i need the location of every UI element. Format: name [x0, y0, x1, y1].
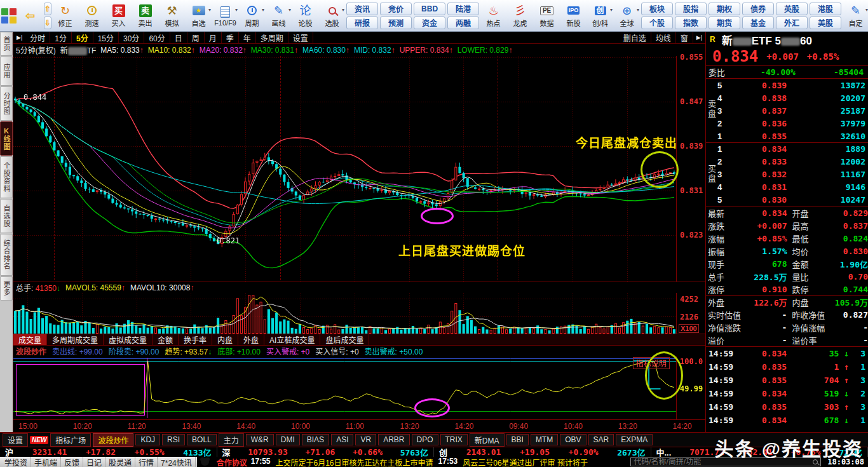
sell-row-1[interactable]: 10.83532610 — [706, 130, 868, 142]
period-right-1[interactable]: 均线 — [651, 32, 676, 43]
simulate-button[interactable]: ⚒模拟 — [159, 1, 185, 30]
footer-link-4[interactable]: 股灵通 — [105, 457, 135, 467]
indicator-tab-OBV[interactable]: OBV — [560, 434, 586, 445]
indicator-tab-SAR[interactable]: SAR — [588, 434, 614, 445]
news-text[interactable]: 上交所定于6月16日审核先正达在主板上市申请 — [276, 457, 433, 467]
period-tab-5[interactable]: 60分 — [144, 32, 170, 43]
vol-tab-6[interactable]: 外盘 — [238, 334, 264, 345]
vol-tab-8[interactable]: 盘后成交量 — [320, 334, 369, 345]
indicator-tab-TRIX[interactable]: TRIX — [440, 434, 468, 445]
sidebar-item-ranking[interactable]: 综合排名 — [0, 234, 13, 276]
forex-button[interactable]: 外汇 — [776, 17, 808, 29]
ipo-button[interactable]: IPO新股 — [560, 1, 587, 30]
sell-row-5[interactable]: 50.83913872 — [706, 79, 868, 91]
period-tab-4[interactable]: 30分 — [119, 32, 144, 43]
footer-link-3[interactable]: 日记 — [83, 457, 105, 467]
period-tab-8[interactable]: 月 — [205, 32, 222, 43]
indicator-tab-WR[interactable]: W&R — [246, 434, 274, 445]
research-button[interactable]: 研报 — [346, 17, 378, 29]
sidebar-item-watchlist[interactable]: 自选股 — [0, 199, 13, 233]
fund-button[interactable]: 基金 — [742, 17, 774, 29]
forecast-button[interactable]: 预测 — [380, 17, 412, 29]
indicator-tab-[interactable]: 指标广场 — [50, 433, 91, 447]
sidebar-item-home[interactable]: 首页 — [0, 32, 13, 56]
sell-row-2[interactable]: 20.83637979 — [706, 117, 868, 130]
hot-topics-button[interactable]: ♨热点 — [480, 1, 506, 30]
period-tab-0[interactable]: 分时 — [25, 32, 50, 43]
indicator-tab-[interactable]: 波段炒作 — [93, 433, 133, 447]
indicator-tab-VR[interactable]: VR — [355, 434, 376, 445]
sidebar-item-time-chart[interactable]: 分时图 — [0, 86, 13, 121]
period-tab-11[interactable]: 多周期 — [256, 32, 288, 43]
bbd-button[interactable]: BBD — [414, 3, 445, 15]
indicator-tab-MTM[interactable]: MTM — [531, 434, 558, 445]
sidebar-item-stock-info[interactable]: 个股资料 — [0, 156, 13, 198]
sidebar-item-apps[interactable]: 应用 — [0, 57, 13, 86]
vol-tab-3[interactable]: 金额 — [153, 334, 179, 345]
footer-link-0[interactable]: 学投资 — [1, 457, 31, 467]
price-chart-canvas[interactable] — [13, 56, 676, 281]
buy-row-1[interactable]: 10.8341889 — [706, 142, 868, 155]
global-button[interactable]: ⊕全球▾ — [614, 1, 640, 30]
period-tab-2[interactable]: 5分 — [72, 32, 93, 43]
sell-row-4[interactable]: 40.83820207 — [706, 91, 868, 104]
indicator-tab-BBI[interactable]: BBI — [506, 434, 529, 445]
footer-link-6[interactable]: 7*24快讯 — [158, 457, 196, 467]
indicator-tab-RSI[interactable]: RSI — [162, 434, 185, 445]
period-right-0[interactable]: 删自选 — [619, 32, 651, 43]
indicator-tab-KDJ[interactable]: KDJ — [135, 434, 160, 445]
vol-tab-2[interactable]: 虚拟成交量 — [104, 334, 153, 345]
chuangke-button[interactable]: 创创/科▾ — [587, 1, 613, 30]
footer-link-2[interactable]: 反馈 — [61, 457, 83, 467]
lugang-button[interactable]: 陆港 — [447, 3, 479, 15]
sidebar-item-more[interactable]: 更多 — [0, 276, 13, 301]
futures-button[interactable]: 期货 — [709, 17, 740, 29]
tick-row-1[interactable]: 14:590.8351 ↑1 — [706, 360, 868, 374]
volume-chart-canvas[interactable] — [13, 293, 676, 334]
indicator-chart-canvas[interactable] — [13, 356, 676, 419]
vol-tab-5[interactable]: 内盘 — [212, 334, 238, 345]
watchlist-button[interactable]: 自选▾ — [186, 1, 212, 30]
sector-button[interactable]: 板块 — [641, 3, 673, 15]
custom-button[interactable]: ✎自定▾ — [843, 1, 868, 30]
footer-link-5[interactable]: 行情 — [135, 457, 158, 467]
speed-test-button[interactable]: 测速 — [79, 1, 105, 30]
indicator-tab-BOLL[interactable]: BOLL — [187, 434, 217, 445]
buy-row-5[interactable]: 50.83010247 — [706, 193, 868, 206]
index-segment-0[interactable]: 沪3231.41+17.82+0.55%4133亿 — [0, 447, 217, 457]
buy-row-4[interactable]: 40.8319146 — [706, 180, 868, 193]
index-segment-3[interactable]: 中...7071.72+52.41+0.75%722亿 — [651, 447, 868, 457]
vol-tab-0[interactable]: 成交量 — [13, 334, 47, 345]
period-tab-7[interactable]: 周 — [187, 32, 205, 43]
sell-button[interactable]: 卖卖出 — [132, 1, 158, 30]
period-tab-6[interactable]: 日 — [170, 32, 187, 43]
news-button[interactable]: 资讯 — [346, 3, 378, 15]
tick-row-3[interactable]: 14:590.834519 ↓2 — [706, 387, 868, 400]
indices-button[interactable]: 指数 — [675, 17, 707, 29]
indicator-tab-DMI[interactable]: DMI — [276, 434, 300, 445]
stocks-button[interactable]: 个股 — [641, 17, 673, 29]
indicator-tab-ASI[interactable]: ASI — [331, 434, 353, 445]
stock-index-button[interactable]: 股指 — [675, 3, 707, 15]
tick-row-2[interactable]: 14:590.835704 ↑3 — [706, 374, 868, 387]
vol-tab-7[interactable]: AI立桩成交量 — [264, 334, 320, 345]
period-tab-12[interactable]: 设置 — [288, 32, 313, 43]
data-button[interactable]: PE数据 — [534, 1, 560, 30]
indicator-tab-[interactable]: 设置 — [3, 433, 28, 447]
coop-agreement-link[interactable]: 合作协议 — [213, 457, 251, 467]
vol-tab-1[interactable]: 多周期成交量 — [47, 334, 104, 345]
period-tab-9[interactable]: 季 — [222, 32, 239, 43]
index-segment-1[interactable]: 深10793.93+71.06+0.66%5763亿 — [217, 447, 435, 457]
search-input[interactable] — [634, 457, 813, 466]
period-right-2[interactable]: 窗 — [676, 32, 693, 43]
app-logo[interactable] — [1, 3, 17, 29]
tick-row-5[interactable]: 14:590.834678 ↓1 — [706, 414, 868, 427]
buy-row-2[interactable]: 20.83312002 — [706, 155, 868, 168]
auction-button[interactable]: 竞价 — [380, 3, 412, 15]
expand-right-icon[interactable]: ▶| — [693, 32, 705, 43]
correct-button[interactable]: ↻修正 — [52, 1, 78, 30]
uk-stocks-button[interactable]: 英股 — [776, 3, 808, 15]
back-button[interactable]: ⇦ — [17, 1, 43, 30]
indicator-tab-DMA[interactable]: 新DMA — [470, 433, 505, 447]
period-tab-3[interactable]: 15分 — [93, 32, 119, 43]
